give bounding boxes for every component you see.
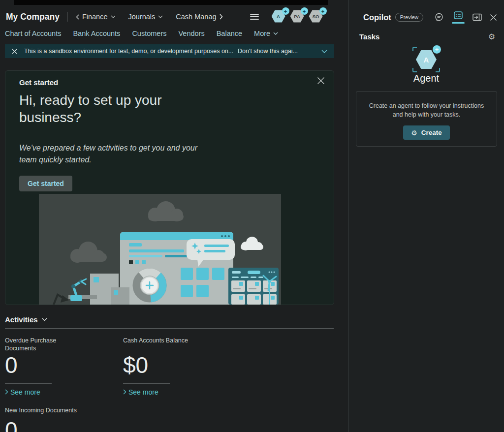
agent-create-card: Create an agent to follow your instructi…: [356, 91, 497, 147]
copilot-panel: Copilot Preview: [348, 0, 504, 432]
tile-new-incoming-documents: New Incoming Documents 0: [5, 406, 77, 432]
agent-hexagon: A +: [413, 48, 439, 71]
nav-vendors[interactable]: Vendors: [178, 30, 204, 37]
breadcrumb-finance[interactable]: Finance: [76, 13, 116, 21]
nav-bank-accounts[interactable]: Bank Accounts: [73, 30, 120, 37]
active-tab-underline: [452, 22, 465, 24]
agent-badge: +: [282, 7, 289, 15]
tile-value[interactable]: $0: [123, 352, 188, 378]
see-more-link[interactable]: See more: [5, 388, 69, 396]
get-started-button[interactable]: Get started: [19, 176, 72, 191]
gear-icon: ⚙: [411, 129, 417, 136]
bracket-corner-icon: [436, 68, 440, 72]
company-name[interactable]: My Company: [6, 12, 60, 22]
tile-label: Cash Accounts Balance: [123, 337, 188, 344]
see-more-label: See more: [128, 388, 158, 396]
chevron-left-icon: [76, 14, 79, 20]
create-agent-button[interactable]: ⚙ Create: [403, 125, 450, 140]
copilot-title: Copilot: [363, 13, 391, 22]
agent-plus-badge: +: [433, 45, 441, 54]
nav-balance[interactable]: Balance: [217, 30, 242, 37]
agent-avatar-pa[interactable]: PA +: [290, 9, 305, 24]
banner-close-icon[interactable]: [12, 49, 17, 54]
activities-divider: [5, 328, 334, 329]
tile-overdue-purchase-documents: Overdue Purchase Documents 0 See more: [5, 337, 69, 396]
card-description: We've prepared a few activities to get y…: [19, 142, 211, 166]
nav-chart-of-accounts[interactable]: Chart of Accounts: [5, 30, 61, 37]
breadcrumb-journals[interactable]: Journals: [128, 13, 163, 21]
getting-started-illustration: [39, 194, 281, 305]
tile-label: New Incoming Documents: [5, 406, 77, 414]
copilot-header: Copilot Preview: [358, 11, 497, 24]
chevron-right-icon: [123, 389, 126, 395]
agent-avatar-so[interactable]: SO +: [309, 9, 324, 24]
header-divider: [67, 12, 68, 22]
tile-value[interactable]: 0: [5, 352, 69, 378]
nav-more[interactable]: More: [254, 30, 278, 37]
activities-heading: Activities: [5, 315, 38, 324]
bracket-corner-icon: [412, 68, 417, 72]
agent-badge: +: [319, 7, 327, 15]
agent-avatars: A + PA + SO +: [272, 9, 324, 24]
header-divider: [237, 12, 237, 22]
tile-label: Overdue Purchase Documents: [5, 337, 69, 352]
breadcrumb-label: Journals: [128, 13, 156, 21]
app-header: My Company Finance Journals Cash Manag A: [6, 8, 324, 26]
tab-chat[interactable]: [434, 12, 444, 22]
tasks-header-row: Tasks ⚙: [359, 32, 495, 41]
chat-bubble-icon: [434, 12, 444, 22]
agent-avatar-a[interactable]: A +: [272, 9, 286, 24]
bracket-corner-icon: [412, 47, 417, 51]
agent-badge: +: [301, 7, 308, 15]
tasks-list-icon: [453, 11, 463, 20]
agent-name: Agent: [348, 73, 504, 84]
sandbox-banner: This is a sandbox environment for test, …: [5, 44, 334, 58]
tab-tasks-active[interactable]: [452, 11, 465, 24]
activities-section-header[interactable]: Activities: [5, 315, 47, 324]
menu-icon[interactable]: [250, 14, 259, 20]
nav-customers[interactable]: Customers: [132, 30, 166, 37]
main-content: My Company Finance Journals Cash Manag A: [0, 0, 348, 432]
open-in-window-icon[interactable]: [472, 13, 482, 21]
banner-chevron-down-icon[interactable]: [321, 50, 327, 53]
breadcrumb-label: Cash Manag: [176, 13, 216, 21]
tasks-heading: Tasks: [359, 32, 379, 41]
breadcrumb-cash-management[interactable]: Cash Manag: [176, 13, 222, 21]
chevron-down-icon: [111, 15, 116, 18]
get-started-card: Get started Hi, ready to set up your bus…: [5, 70, 334, 305]
tile-cash-accounts-balance: Cash Accounts Balance $0 See more: [123, 337, 188, 396]
agent-description: Create an agent to follow your instructi…: [366, 101, 487, 119]
breadcrumb-label: Finance: [82, 13, 108, 21]
nav-more-label: More: [254, 30, 270, 37]
chevron-right-icon: [5, 389, 8, 395]
card-title: Hi, ready to set up your business?: [19, 92, 201, 126]
tile-underline: [123, 383, 170, 384]
chevron-right-icon: [220, 14, 223, 20]
chevron-down-icon: [42, 318, 47, 321]
panel-close-icon[interactable]: [490, 14, 497, 21]
business-central-app: My Company Finance Journals Cash Manag A: [0, 0, 504, 432]
tile-value[interactable]: 0: [5, 417, 77, 432]
card-close-icon[interactable]: [317, 77, 325, 85]
card-heading: Get started: [19, 78, 58, 87]
create-button-label: Create: [421, 129, 442, 136]
page-navigation: Chart of Accounts Bank Accounts Customer…: [5, 30, 278, 37]
see-more-label: See more: [10, 388, 40, 396]
banner-dismiss-link[interactable]: Don't show this agai...: [238, 48, 298, 55]
preview-badge: Preview: [395, 13, 423, 22]
banner-message: This is a sandbox environment for test, …: [24, 48, 238, 55]
see-more-link[interactable]: See more: [123, 388, 188, 396]
chevron-down-icon: [273, 32, 278, 35]
tile-underline: [5, 383, 52, 384]
chevron-down-icon: [158, 15, 163, 18]
settings-gear-icon[interactable]: ⚙: [488, 33, 495, 41]
